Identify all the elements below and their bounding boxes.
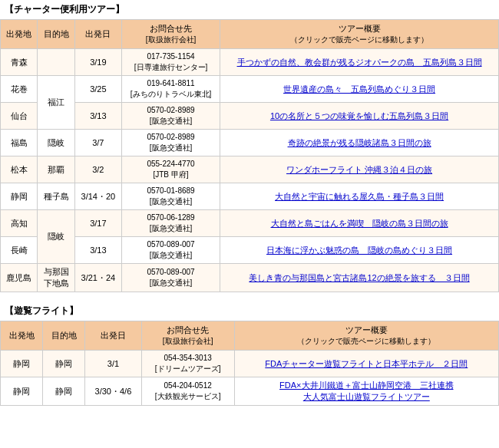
overview-link[interactable]: ワンダホーフライト 沖縄３泊４日の旅 <box>286 165 432 174</box>
col-destination-s: 目的地 <box>43 321 85 351</box>
origin-cell: 福島 <box>1 130 38 156</box>
col-date-s: 出発日 <box>85 321 142 351</box>
origin-cell: 青森 <box>1 49 38 76</box>
destination-cell: 隠岐 <box>38 210 74 264</box>
destination-cell: 種子島 <box>38 183 74 210</box>
contact-cell: 017-735-1154[日専連旅行センター] <box>121 49 220 76</box>
origin-cell: 高知 <box>1 210 38 237</box>
table-row: 青森3/19017-735-1154[日専連旅行センター]手つかずの自然、教会群… <box>1 49 499 76</box>
col-overview: ツアー概要 （クリックで販売ページに移動します） <box>220 20 499 49</box>
table-row: 仙台3/130570-02-8989[阪急交通社]10の名所と５つの味覚を愉しむ… <box>1 103 499 130</box>
table-row: 鹿児島与那国 下地島3/21・240570-089-007[阪急交通社]美しき青… <box>1 264 499 292</box>
table-row: 花巻福江3/25019-641-8811[みちのりトラベル東北]世界遺産の島々 … <box>1 76 499 103</box>
contact-cell: 0570-02-8989[阪急交通社] <box>121 103 220 130</box>
table-row: 松本那覇3/2055-224-4770[JTB 甲府]ワンダホーフライト 沖縄３… <box>1 156 499 183</box>
date-cell: 3/13 <box>74 103 121 130</box>
overview-link[interactable]: 美しき青の与那国島と宮古諸島12の絶景を旅する ３日間 <box>249 273 469 282</box>
date-cell: 3/2 <box>74 156 121 183</box>
overview-link[interactable]: FDA×大井川鐵道＋富士山静岡空港 三社連携 大人気富士山遊覧フライトツアー <box>279 380 453 401</box>
overview-cell[interactable]: 世界遺産の島々 五島列島めぐり３日間 <box>220 76 499 103</box>
destination-cell: 福江 <box>38 76 74 130</box>
overview-cell[interactable]: 手つかずの自然、教会群が残るジオパークの島 五島列島３日間 <box>220 49 499 76</box>
destination-cell: 静岡 <box>43 377 85 406</box>
overview-cell[interactable]: 美しき青の与那国島と宮古諸島12の絶景を旅する ３日間 <box>220 264 499 292</box>
origin-cell: 静岡 <box>1 377 43 406</box>
overview-cell[interactable]: FDA×大井川鐵道＋富士山静岡空港 三社連携 大人気富士山遊覧フライトツアー <box>234 377 498 406</box>
date-cell: 3/7 <box>74 130 121 156</box>
table-row: 長崎3/130570-089-007[阪急交通社]日本海に浮かぶ魅惑の島 隠岐の… <box>1 237 499 264</box>
origin-cell: 長崎 <box>1 237 38 264</box>
table-row: 福島隠岐3/70570-02-8989[阪急交通社]奇跡の絶景が残る隠岐諸島３日… <box>1 130 499 156</box>
overview-link[interactable]: 日本海に浮かぶ魅惑の島 隠岐の島めぐり３日間 <box>266 245 452 255</box>
overview-link[interactable]: 手つかずの自然、教会群が残るジオパークの島 五島列島３日間 <box>237 58 482 67</box>
overview-link[interactable]: 世界遺産の島々 五島列島めぐり３日間 <box>283 84 435 94</box>
contact-cell: 055-224-4770[JTB 甲府] <box>121 156 220 183</box>
date-cell: 3/21・24 <box>74 264 121 292</box>
destination-cell: 隠岐 <box>38 130 74 156</box>
origin-cell: 松本 <box>1 156 38 183</box>
date-cell: 3/13 <box>74 237 121 264</box>
col-origin: 出発地 <box>1 20 38 49</box>
origin-cell: 静岡 <box>1 351 43 377</box>
col-origin-s: 出発地 <box>1 321 43 351</box>
col-overview-s: ツアー概要 （クリックで販売ページに移動します） <box>234 321 498 351</box>
contact-cell: 019-641-8811[みちのりトラベル東北] <box>121 76 220 103</box>
origin-cell: 静岡 <box>1 183 38 210</box>
date-cell: 3/14・20 <box>74 183 121 210</box>
charter-section-title: 【チャーター便利用ツアー】 <box>0 0 499 19</box>
overview-link[interactable]: 奇跡の絶景が残る隠岐諸島３日間の旅 <box>288 138 431 147</box>
origin-cell: 花巻 <box>1 76 38 103</box>
contact-cell: 054-354-3013[ドリームツアーズ] <box>141 351 234 377</box>
overview-link[interactable]: 10の名所と５つの味覚を愉しむ五島列島３日間 <box>270 111 448 120</box>
contact-cell: 0570-089-007[阪急交通社] <box>121 264 220 292</box>
contact-cell: 0570-02-8989[阪急交通社] <box>121 130 220 156</box>
destination-cell: 那覇 <box>38 156 74 183</box>
contact-cell: 0570-01-8689[阪急交通社] <box>121 183 220 210</box>
table-row: 静岡種子島3/14・200570-01-8689[阪急交通社]大自然と宇宙に触れ… <box>1 183 499 210</box>
contact-cell: 0570-089-007[阪急交通社] <box>121 237 220 264</box>
date-cell: 3/1 <box>85 351 142 377</box>
col-destination: 目的地 <box>38 20 74 49</box>
col-contact: お問合せ先 [取扱旅行会社] <box>121 20 220 49</box>
overview-link[interactable]: FDAチャーター遊覧フライトと日本平ホテル ２日間 <box>265 359 468 368</box>
overview-cell[interactable]: 大自然と島ごはんを満喫 隠岐の島３日間の旅 <box>220 210 499 237</box>
charter-table: 出発地 目的地 出発日 お問合せ先 [取扱旅行会社] ツアー概要 （クリックで販… <box>0 19 499 292</box>
origin-cell: 鹿児島 <box>1 264 38 292</box>
date-cell: 3/30・4/6 <box>85 377 142 406</box>
destination-cell: 静岡 <box>43 351 85 377</box>
sightseeing-table: 出発地 目的地 出発日 お問合せ先 [取扱旅行会社] ツアー概要 （クリックで販… <box>0 321 499 406</box>
date-cell: 3/25 <box>74 76 121 103</box>
overview-cell[interactable]: 日本海に浮かぶ魅惑の島 隠岐の島めぐり３日間 <box>220 237 499 264</box>
overview-cell[interactable]: FDAチャーター遊覧フライトと日本平ホテル ２日間 <box>234 351 498 377</box>
contact-cell: 0570-06-1289[阪急交通社] <box>121 210 220 237</box>
table-row: 高知隠岐3/170570-06-1289[阪急交通社]大自然と島ごはんを満喫 隠… <box>1 210 499 237</box>
sightseeing-section: 【遊覧フライト】 出発地 目的地 出発日 お問合せ先 [取扱旅行会社] ツアー概… <box>0 301 499 406</box>
destination-cell <box>38 49 74 76</box>
overview-cell[interactable]: 大自然と宇宙に触れる屋久島・種子島３日間 <box>220 183 499 210</box>
origin-cell: 仙台 <box>1 103 38 130</box>
overview-cell[interactable]: ワンダホーフライト 沖縄３泊４日の旅 <box>220 156 499 183</box>
overview-cell[interactable]: 10の名所と５つの味覚を愉しむ五島列島３日間 <box>220 103 499 130</box>
charter-section: 【チャーター便利用ツアー】 出発地 目的地 出発日 お問合せ先 [取扱旅行会社]… <box>0 0 499 292</box>
sightseeing-section-title: 【遊覧フライト】 <box>0 301 499 321</box>
date-cell: 3/19 <box>74 49 121 76</box>
destination-cell: 与那国 下地島 <box>38 264 74 292</box>
col-contact-s: お問合せ先 [取扱旅行会社] <box>141 321 234 351</box>
col-date: 出発日 <box>74 20 121 49</box>
overview-link[interactable]: 大自然と宇宙に触れる屋久島・種子島３日間 <box>275 192 444 201</box>
overview-link[interactable]: 大自然と島ごはんを満喫 隠岐の島３日間の旅 <box>271 219 448 228</box>
date-cell: 3/17 <box>74 210 121 237</box>
overview-cell[interactable]: 奇跡の絶景が残る隠岐諸島３日間の旅 <box>220 130 499 156</box>
contact-cell: 054-204-0512[大鉄観光サービス] <box>141 377 234 406</box>
table-row: 静岡静岡3/30・4/6054-204-0512[大鉄観光サービス]FDA×大井… <box>1 377 499 406</box>
table-row: 静岡静岡3/1054-354-3013[ドリームツアーズ]FDAチャーター遊覧フ… <box>1 351 499 377</box>
